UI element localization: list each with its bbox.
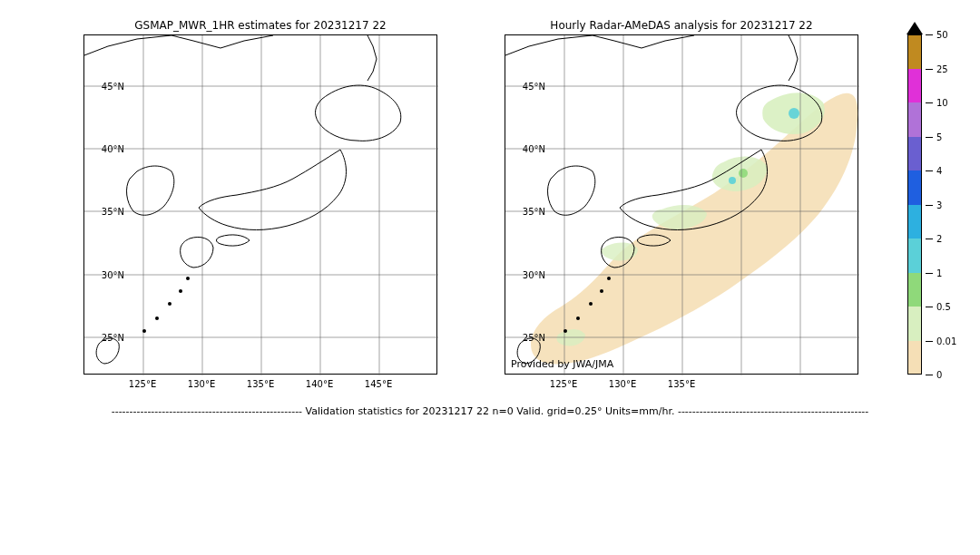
ylabel-25n: 25°N: [102, 333, 124, 343]
cbar-label-0p5: 0.5: [936, 302, 951, 312]
svg-point-12: [168, 302, 172, 306]
svg-point-31: [600, 289, 603, 293]
cbar-seg-1-2: [907, 239, 922, 273]
xlabel-125e-r: 125°E: [550, 379, 577, 389]
xlabel-145e-l: 145°E: [365, 379, 392, 389]
svg-point-30: [589, 302, 593, 306]
cbar-label-4: 4: [936, 166, 942, 176]
attribution: Provided by JWA/JMA: [511, 358, 613, 370]
cbar-label-3: 3: [936, 200, 942, 209]
cbar-seg-0p5-1: [907, 273, 922, 307]
colorbar: 50 25 10 5 4 3 2 1 0.5 0.01 0: [907, 34, 922, 375]
cbar-label-10: 10: [936, 98, 948, 108]
cbar-label-2: 2: [936, 234, 942, 244]
map-panel-radar-amedas: Hourly Radar-AMeDAS analysis for 2023121…: [505, 34, 858, 375]
ylabel-40n: 40°N: [102, 144, 124, 154]
cbar-label-5: 5: [936, 131, 942, 141]
cbar-label-0p01: 0.01: [936, 336, 956, 346]
ylabel-25n-r: 25°N: [523, 333, 545, 343]
xlabel-135e-l: 135°E: [247, 379, 274, 389]
panel-title-right: Hourly Radar-AMeDAS analysis for 2023121…: [505, 19, 858, 32]
cbar-seg-0-0p01: [907, 341, 922, 375]
cbar-seg-10-25: [907, 69, 922, 103]
figure: GSMAP_MWR_1HR estimates for 20231217 22: [0, 0, 980, 555]
cbar-seg-3-4: [907, 170, 922, 205]
cbar-seg-2-3: [907, 205, 922, 239]
xlabel-130e-l: 130°E: [188, 379, 215, 389]
cbar-label-25: 25: [936, 63, 948, 73]
svg-point-32: [607, 277, 611, 280]
coastlines-left: [84, 35, 438, 375]
svg-point-28: [564, 329, 567, 333]
xlabel-130e-r: 130°E: [609, 379, 636, 389]
svg-point-13: [179, 289, 182, 293]
ylabel-35n: 35°N: [102, 207, 124, 217]
cbar-label-0: 0: [936, 370, 942, 380]
cbar-seg-0p01-0p5: [907, 307, 922, 341]
map-panel-gsmap: GSMAP_MWR_1HR estimates for 20231217 22: [83, 34, 437, 375]
ylabel-35n-r: 35°N: [523, 207, 545, 217]
footer-text: Validation statistics for 20231217 22 n=…: [306, 405, 675, 417]
cbar-seg-4-5: [907, 137, 922, 171]
xlabel-140e-l: 140°E: [306, 379, 333, 389]
ylabel-40n-r: 40°N: [523, 144, 545, 154]
colorbar-extend-max-icon: [906, 22, 923, 34]
xlabel-135e-r: 135°E: [668, 379, 695, 389]
ylabel-45n-r: 45°N: [523, 82, 545, 92]
cbar-seg-5-10: [907, 102, 922, 137]
cbar-label-50: 50: [936, 30, 948, 40]
ylabel-45n: 45°N: [102, 82, 124, 92]
ylabel-30n: 30°N: [102, 270, 124, 280]
ylabel-30n-r: 30°N: [523, 270, 545, 280]
panel-title-left: GSMAP_MWR_1HR estimates for 20231217 22: [84, 19, 436, 32]
coastlines-right: [505, 35, 859, 375]
cbar-seg-25-50: [907, 34, 922, 69]
svg-point-29: [576, 316, 580, 320]
svg-point-11: [155, 316, 159, 320]
xlabel-125e-l: 125°E: [129, 379, 156, 389]
cbar-label-1: 1: [936, 268, 942, 278]
svg-point-10: [142, 329, 146, 333]
footer-validation-stats: ----------------------------------------…: [0, 405, 980, 417]
svg-point-14: [186, 277, 190, 280]
